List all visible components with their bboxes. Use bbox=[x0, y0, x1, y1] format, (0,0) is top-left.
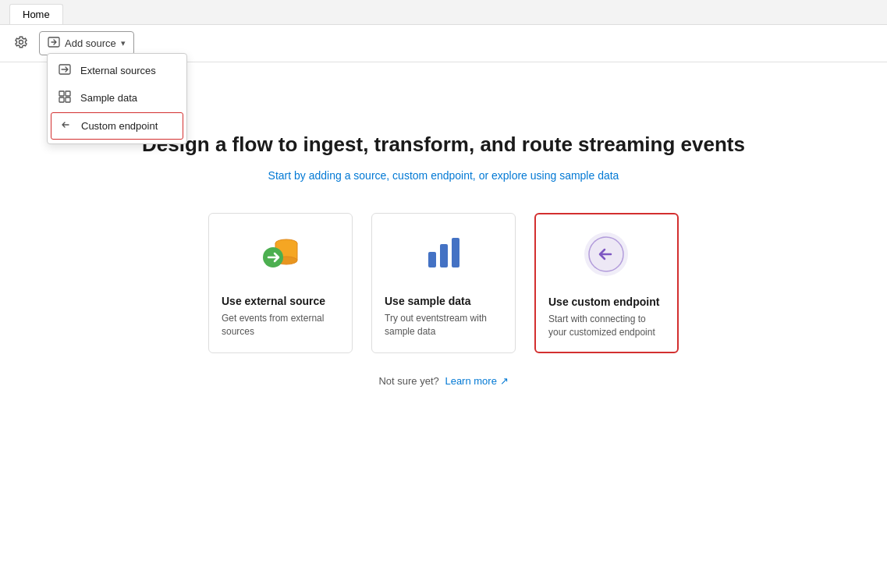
external-sources-icon bbox=[59, 63, 73, 78]
page-title: Design a flow to ingest, transform, and … bbox=[142, 133, 745, 157]
svg-rect-4 bbox=[59, 97, 64, 102]
svg-rect-13 bbox=[440, 244, 448, 267]
external-source-icon-area bbox=[222, 226, 339, 281]
custom-endpoint-icon-area bbox=[548, 227, 665, 282]
external-sources-label: External sources bbox=[80, 65, 156, 76]
dropdown-item-external-sources[interactable]: External sources bbox=[48, 57, 186, 84]
card-external-source[interactable]: Use external source Get events from exte… bbox=[208, 213, 353, 353]
svg-rect-3 bbox=[66, 91, 70, 96]
svg-rect-14 bbox=[452, 238, 459, 267]
add-source-label: Add source bbox=[65, 37, 116, 49]
card-external-source-title: Use external source bbox=[222, 295, 325, 307]
gear-button[interactable] bbox=[9, 32, 33, 55]
learn-more-link[interactable]: Learn more ↗ bbox=[445, 375, 508, 387]
sample-data-label: Sample data bbox=[80, 92, 137, 104]
tab-home[interactable]: Home bbox=[9, 4, 63, 24]
card-sample-data-desc: Try out eventstream with sample data bbox=[385, 312, 502, 338]
dropdown-item-custom-endpoint[interactable]: Custom endpoint bbox=[51, 112, 183, 140]
sample-data-icon bbox=[59, 90, 73, 105]
learn-more-label: Learn more bbox=[445, 375, 496, 387]
add-source-button[interactable]: Add source ▾ bbox=[39, 31, 134, 55]
card-sample-data-title: Use sample data bbox=[385, 295, 471, 307]
card-external-source-desc: Get events from external sources bbox=[222, 312, 339, 338]
svg-rect-12 bbox=[428, 252, 436, 267]
sample-data-icon-area bbox=[385, 226, 502, 281]
gear-icon bbox=[14, 35, 28, 52]
custom-endpoint-icon bbox=[59, 119, 73, 133]
svg-rect-5 bbox=[66, 97, 70, 102]
card-sample-data[interactable]: Use sample data Try out eventstream with… bbox=[371, 213, 516, 353]
chevron-down-icon: ▾ bbox=[121, 38, 126, 48]
dropdown-menu: External sources Sample data Custom endp… bbox=[47, 53, 187, 144]
add-source-icon bbox=[48, 36, 60, 51]
not-sure-text: Not sure yet? bbox=[378, 375, 438, 387]
tab-bar: Home bbox=[0, 0, 887, 25]
custom-endpoint-label: Custom endpoint bbox=[81, 120, 158, 132]
cards-row: Use external source Get events from exte… bbox=[208, 213, 679, 353]
card-custom-endpoint[interactable]: Use custom endpoint Start with connectin… bbox=[534, 213, 679, 353]
page-subtitle: Start by adding a source, custom endpoin… bbox=[268, 169, 619, 182]
card-custom-endpoint-title: Use custom endpoint bbox=[548, 296, 659, 308]
card-custom-endpoint-desc: Start with connecting to your customized… bbox=[548, 313, 665, 339]
svg-rect-2 bbox=[59, 91, 64, 96]
external-link-icon: ↗ bbox=[500, 375, 509, 387]
learn-more-row: Not sure yet? Learn more ↗ bbox=[378, 375, 508, 387]
dropdown-item-sample-data[interactable]: Sample data bbox=[48, 84, 186, 112]
